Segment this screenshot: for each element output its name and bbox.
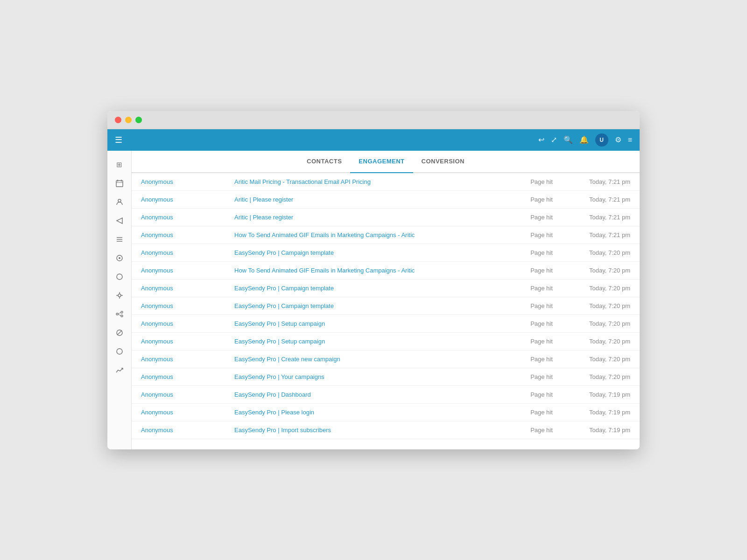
page-link[interactable]: EasySendy Pro | Campaign template <box>225 244 518 261</box>
table-row: Anonymous EasySendy Pro | Create new cam… <box>132 350 640 368</box>
event-time: Today, 7:20 pm <box>565 332 640 350</box>
svg-point-11 <box>117 274 122 280</box>
event-time: Today, 7:21 pm <box>565 226 640 244</box>
more-icon[interactable]: ≡ <box>628 136 632 144</box>
sidebar-item-reports[interactable] <box>110 268 129 285</box>
svg-point-12 <box>118 294 121 297</box>
event-type: Page hit <box>518 261 565 279</box>
event-time: Today, 7:20 pm <box>565 244 640 261</box>
page-link[interactable]: EasySendy Pro | Import subscribers <box>225 421 518 439</box>
event-type: Page hit <box>518 368 565 385</box>
tab-engagement[interactable]: ENGAGEMENT <box>350 151 413 173</box>
sidebar-item-settings[interactable] <box>110 343 129 360</box>
page-link[interactable]: EasySendy Pro | Create new campaign <box>225 350 518 368</box>
sidebar-item-social[interactable] <box>110 306 129 322</box>
contact-name[interactable]: Anonymous <box>132 173 225 191</box>
event-time: Today, 7:19 pm <box>565 403 640 421</box>
contact-name[interactable]: Anonymous <box>132 261 225 279</box>
contact-name[interactable]: Anonymous <box>132 350 225 368</box>
table-row: Anonymous EasySendy Pro | Dashboard Page… <box>132 385 640 403</box>
contact-name[interactable]: Anonymous <box>132 279 225 297</box>
contact-name[interactable]: Anonymous <box>132 421 225 439</box>
contact-name[interactable]: Anonymous <box>132 403 225 421</box>
event-type: Page hit <box>518 315 565 332</box>
contact-name[interactable]: Anonymous <box>132 244 225 261</box>
page-link[interactable]: Aritic | Please register <box>225 208 518 226</box>
close-button[interactable] <box>115 117 121 123</box>
sidebar-item-contacts[interactable] <box>110 194 129 210</box>
event-type: Page hit <box>518 226 565 244</box>
svg-point-4 <box>118 199 121 202</box>
event-time: Today, 7:20 pm <box>565 350 640 368</box>
event-time: Today, 7:20 pm <box>565 315 640 332</box>
event-time: Today, 7:20 pm <box>565 261 640 279</box>
tab-conversion[interactable]: CONVERSION <box>413 151 473 173</box>
expand-icon[interactable]: ⤢ <box>551 135 557 144</box>
reply-icon[interactable]: ↩ <box>538 135 544 144</box>
maximize-button[interactable] <box>135 117 142 123</box>
sidebar-item-campaigns[interactable] <box>110 212 129 229</box>
table-row: Anonymous EasySendy Pro | Campaign templ… <box>132 279 640 297</box>
sidebar-item-analytics[interactable] <box>110 362 129 378</box>
tab-contacts[interactable]: CONTACTS <box>298 151 350 173</box>
sidebar-item-list[interactable] <box>110 231 129 248</box>
page-link[interactable]: EasySendy Pro | Your campaigns <box>225 368 518 385</box>
table-row: Anonymous Aritic | Please register Page … <box>132 208 640 226</box>
contact-name[interactable]: Anonymous <box>132 297 225 315</box>
svg-point-18 <box>121 311 123 313</box>
table-row: Anonymous EasySendy Pro | Campaign templ… <box>132 244 640 261</box>
event-time: Today, 7:21 pm <box>565 208 640 226</box>
event-type: Page hit <box>518 190 565 208</box>
event-time: Today, 7:19 pm <box>565 385 640 403</box>
sidebar-item-integrations[interactable] <box>110 287 129 304</box>
sidebar-item-block[interactable] <box>110 324 129 341</box>
sidebar-item-automation[interactable] <box>110 250 129 266</box>
contact-name[interactable]: Anonymous <box>132 385 225 403</box>
event-time: Today, 7:19 pm <box>565 421 640 439</box>
event-type: Page hit <box>518 385 565 403</box>
event-type: Page hit <box>518 350 565 368</box>
table-row: Anonymous EasySendy Pro | Please login P… <box>132 403 640 421</box>
minimize-button[interactable] <box>125 117 132 123</box>
page-link[interactable]: EasySendy Pro | Setup campaign <box>225 332 518 350</box>
page-link[interactable]: How To Send Animated GIF Emails in Marke… <box>225 226 518 244</box>
app-window: ☰ ↩ ⤢ 🔍 🔔 U ⚙ ≡ ⊞ <box>107 111 640 449</box>
avatar[interactable]: U <box>595 133 608 147</box>
svg-rect-0 <box>116 181 123 187</box>
tabs-bar: CONTACTS ENGAGEMENT CONVERSION <box>132 151 640 173</box>
event-time: Today, 7:21 pm <box>565 190 640 208</box>
activity-table: Anonymous Aritic Mail Pricing - Transact… <box>132 173 640 439</box>
contact-name[interactable]: Anonymous <box>132 332 225 350</box>
page-link[interactable]: EasySendy Pro | Please login <box>225 403 518 421</box>
contact-name[interactable]: Anonymous <box>132 315 225 332</box>
event-type: Page hit <box>518 208 565 226</box>
page-link[interactable]: Aritic Mail Pricing - Transactional Emai… <box>225 173 518 191</box>
table-row: Anonymous How To Send Animated GIF Email… <box>132 226 640 244</box>
notification-icon[interactable]: 🔔 <box>579 135 589 144</box>
contact-name[interactable]: Anonymous <box>132 226 225 244</box>
sidebar-item-grid[interactable]: ⊞ <box>110 156 129 173</box>
page-link[interactable]: EasySendy Pro | Setup campaign <box>225 315 518 332</box>
contact-name[interactable]: Anonymous <box>132 368 225 385</box>
contact-name[interactable]: Anonymous <box>132 208 225 226</box>
page-link[interactable]: Aritic | Please register <box>225 190 518 208</box>
page-link[interactable]: How To Send Animated GIF Emails in Marke… <box>225 261 518 279</box>
svg-marker-5 <box>117 218 122 224</box>
svg-point-24 <box>117 349 122 354</box>
svg-point-17 <box>116 313 118 315</box>
titlebar <box>107 111 640 129</box>
table-row: Anonymous EasySendy Pro | Import subscri… <box>132 421 640 439</box>
page-link[interactable]: EasySendy Pro | Dashboard <box>225 385 518 403</box>
event-type: Page hit <box>518 403 565 421</box>
gear-icon[interactable]: ⚙ <box>615 135 621 144</box>
table-row: Anonymous EasySendy Pro | Setup campaign… <box>132 315 640 332</box>
svg-point-19 <box>121 315 123 317</box>
event-type: Page hit <box>518 244 565 261</box>
search-icon[interactable]: 🔍 <box>564 135 573 144</box>
menu-icon[interactable]: ☰ <box>115 135 122 145</box>
page-link[interactable]: EasySendy Pro | Campaign template <box>225 279 518 297</box>
contact-name[interactable]: Anonymous <box>132 190 225 208</box>
event-time: Today, 7:20 pm <box>565 279 640 297</box>
page-link[interactable]: EasySendy Pro | Campaign template <box>225 297 518 315</box>
sidebar-item-calendar[interactable] <box>110 175 129 192</box>
